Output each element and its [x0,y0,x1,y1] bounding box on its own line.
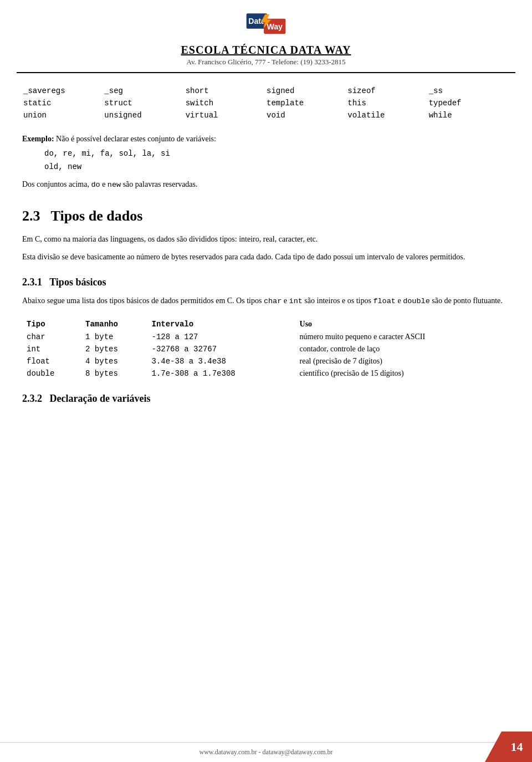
data-type-row: float4 bytes3.4e-38 a 3.4e38real (precis… [22,355,510,367]
para1-mid: e [282,296,289,305]
data-type-row: int2 bytes-32768 a 32767contador, contro… [22,343,510,355]
section-2-3-title: Tipos de dados [51,208,143,224]
keyword-row: staticstructswitchtemplatethistypedef [23,98,509,109]
para1-float: float [373,297,396,305]
section-2-3-1-number: 2.3.1 [22,277,42,288]
data-type-row: char1 byte-128 a 127número muito pequeno… [22,331,510,343]
section-2-3-number: 2.3 [22,208,40,224]
section-2-3-para1: Em C, como na maioria das linguagens, os… [22,233,510,246]
keyword-row: _saveregs_segshortsignedsizeof_ss [23,85,509,96]
example-bold: Exemplo: [22,135,54,143]
example-intro: Exemplo: Não é possível declarar estes c… [22,133,510,145]
section-2-3-2-title: Declaração de variáveis [50,393,151,404]
keyword-cell: while [429,110,509,121]
section-2-3-2-header: 2.3.2 Declaração de variáveis [22,393,510,405]
data-type-intervalo: -128 a 127 [147,331,295,343]
keyword-cell: typedef [429,98,509,109]
keyword-cell: volatile [347,110,427,121]
keyword-cell: signed [267,85,346,96]
svg-text:Way: Way [267,22,283,31]
data-type-intervalo: 1.7e-308 a 1.7e308 [147,367,295,380]
note-text: Dos conjuntos acima, do e new são palavr… [22,178,510,191]
data-type-uso: científico (precisão de 15 dígitos) [295,367,510,380]
data-type-tipo: char [22,331,81,343]
header: Data Way ESCOLA TÉCNICA DATA WAY Av. Fra… [17,0,515,73]
para1-char: char [264,297,282,305]
data-table-header-row: Tipo Tamanho Intervalo Uso [22,318,510,331]
note-code-new: new [108,181,121,189]
para1-text1: Abaixo segue uma lista dos tipos básicos… [22,296,264,305]
data-type-row: double8 bytes1.7e-308 a 1.7e308científic… [22,367,510,380]
data-type-uso: real (precisão de 7 dígitos) [295,355,510,367]
keyword-cell: this [347,98,427,109]
data-table-body: char1 byte-128 a 127número muito pequeno… [22,331,510,380]
keyword-cell: _saveregs [23,85,103,96]
col-uso: Uso [295,318,510,331]
para1-cont: são inteiros e os tipos [303,296,374,305]
keywords-table: _saveregs_segshortsignedsizeof_ssstatics… [22,84,510,122]
section-2-3-2-number: 2.3.2 [22,393,42,404]
page-number-triangle [485,732,502,762]
keyword-cell: _seg [104,85,184,96]
example-block: Exemplo: Não é possível declarar estes c… [22,133,510,191]
code-line-2: old, new [44,161,510,174]
data-types-table: Tipo Tamanho Intervalo Uso char1 byte-12… [22,318,510,380]
data-type-intervalo: 3.4e-38 a 3.4e38 [147,355,295,367]
data-type-tipo: float [22,355,81,367]
data-type-tipo: int [22,343,81,355]
data-type-intervalo: -32768 a 32767 [147,343,295,355]
section-2-3-1-para1: Abaixo segue uma lista dos tipos básicos… [22,295,510,308]
data-type-uso: número muito pequeno e caracter ASCII [295,331,510,343]
footer-text: www.dataway.com.br - dataway@dataway.com… [200,748,333,756]
data-type-uso: contador, controle de laço [295,343,510,355]
keyword-cell: struct [104,98,184,109]
keyword-cell: void [267,110,346,121]
keyword-cell: switch [186,98,265,109]
section-2-3-1-title: Tipos básicos [49,277,106,288]
keyword-cell: template [267,98,346,109]
keyword-cell: unsigned [104,110,184,121]
col-tamanho: Tamanho [81,318,147,331]
data-type-tamanho: 8 bytes [81,367,147,380]
data-type-tamanho: 1 byte [81,331,147,343]
para1-end: são de ponto flutuante. [430,296,503,305]
logo-container: Data Way [17,10,515,40]
section-2-3-para2: Esta divisão se deve basicamente ao núme… [22,251,510,263]
keyword-cell: short [186,85,265,96]
data-type-tamanho: 2 bytes [81,343,147,355]
logo-icon: Data Way [244,10,288,40]
para1-double: double [403,297,430,305]
school-subtitle: Av. Francisco Glicério, 777 - Telefone: … [17,58,515,67]
para1-mid2: e [396,296,403,305]
page-number: 14 [502,732,532,762]
col-intervalo: Intervalo [147,318,295,331]
col-tipo: Tipo [22,318,81,331]
keyword-cell: _ss [429,85,509,96]
main-content: _saveregs_segshortsignedsizeof_ssstatics… [0,73,532,422]
section-2-3-header: 2.3 Tipos de dados [22,208,510,224]
keyword-cell: static [23,98,103,109]
data-type-tamanho: 4 bytes [81,355,147,367]
keyword-cell: virtual [186,110,265,121]
keyword-row: unionunsignedvirtualvoidvolatilewhile [23,110,509,121]
data-table-head: Tipo Tamanho Intervalo Uso [22,318,510,331]
section-2-3-1-header: 2.3.1 Tipos básicos [22,277,510,288]
note-code-do: do [91,181,100,189]
footer: www.dataway.com.br - dataway@dataway.com… [0,742,532,762]
code-line-1: do, re, mi, fa, sol, la, si [44,147,510,161]
keyword-cell: sizeof [347,85,427,96]
para1-int: int [289,297,303,305]
keyword-cell: union [23,110,103,121]
school-title: ESCOLA TÉCNICA DATA WAY [17,44,515,57]
data-type-tipo: double [22,367,81,380]
code-block: do, re, mi, fa, sol, la, si old, new [44,147,510,174]
